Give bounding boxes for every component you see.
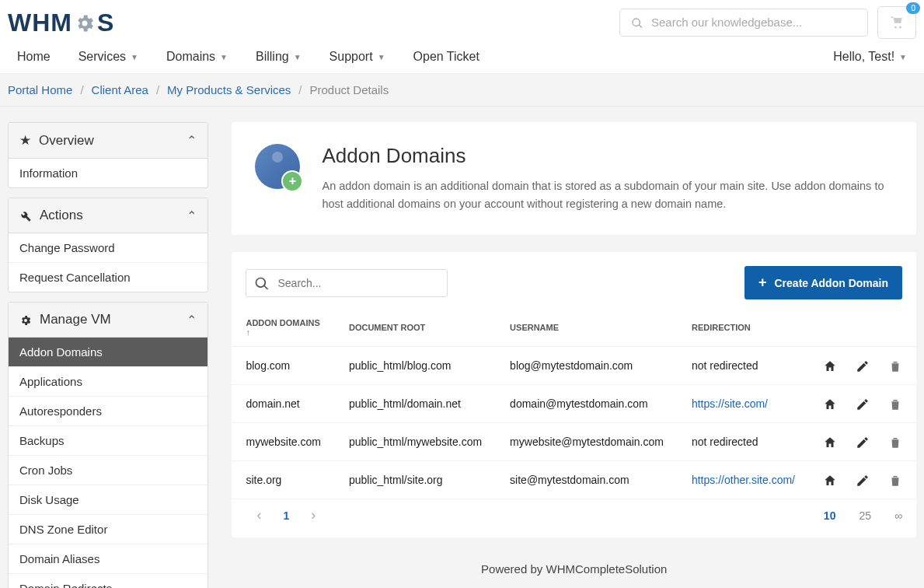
- col-redirection[interactable]: REDIRECTION: [678, 309, 809, 347]
- caret-down-icon: ▼: [899, 53, 907, 61]
- caret-down-icon: ▼: [220, 53, 228, 61]
- gear-icon: [74, 11, 96, 34]
- logo[interactable]: WHM S: [8, 9, 114, 37]
- sidebar-item-disk-usage[interactable]: Disk Usage: [9, 485, 207, 515]
- footer-text: Powered by WHMCompleteSolution: [232, 555, 916, 576]
- cell-domain: domain.net: [232, 385, 334, 423]
- cell-domain: blog.com: [232, 347, 334, 385]
- sidebar-item-cron-jobs[interactable]: Cron Jobs: [9, 456, 207, 485]
- table-row: blog.com public_html/blog.com blog@mytes…: [232, 347, 916, 385]
- pager-size-10[interactable]: 10: [824, 509, 836, 522]
- breadcrumb-current: Product Details: [309, 83, 389, 96]
- pager-current[interactable]: 1: [272, 509, 300, 522]
- page-title: Addon Domains: [322, 144, 893, 168]
- nav-label: Open Ticket: [413, 50, 479, 64]
- table-search[interactable]: [246, 269, 448, 296]
- create-addon-domain-button[interactable]: + Create Addon Domain: [744, 266, 902, 299]
- breadcrumb-link[interactable]: Client Area: [92, 83, 148, 96]
- trash-icon[interactable]: [888, 434, 902, 450]
- user-menu[interactable]: Hello, Test! ▼: [833, 50, 907, 64]
- kb-search[interactable]: [619, 9, 868, 36]
- nav-label: Support: [330, 50, 373, 64]
- home-icon[interactable]: [823, 358, 837, 373]
- redir-link[interactable]: https://other.site.com/: [692, 474, 795, 486]
- home-icon[interactable]: [823, 472, 837, 488]
- cell-user: mywebsite@mytestdomain.com: [496, 423, 678, 461]
- gear-icon: [19, 312, 32, 327]
- nav-label: Services: [78, 50, 126, 64]
- panel-manage-head[interactable]: Manage VM ⌃: [9, 303, 207, 338]
- nav-open-ticket[interactable]: Open Ticket: [413, 50, 479, 64]
- sidebar-item-applications[interactable]: Applications: [9, 367, 207, 397]
- redir-link[interactable]: https://site.com/: [692, 397, 768, 410]
- cell-redir: https://site.com/: [678, 385, 809, 423]
- cell-redir: https://other.site.com/: [678, 461, 809, 499]
- cart-button[interactable]: 0: [877, 6, 916, 39]
- search-icon: [631, 16, 643, 29]
- nav-label: Domains: [166, 50, 215, 64]
- col-username[interactable]: USERNAME: [496, 309, 678, 347]
- panel-actions-head[interactable]: Actions ⌃: [9, 198, 207, 233]
- sidebar-item-request-cancellation[interactable]: Request Cancellation: [9, 263, 207, 292]
- nav-label: Home: [17, 50, 51, 64]
- sidebar-item-domain-aliases[interactable]: Domain Aliases: [9, 544, 207, 574]
- edit-icon[interactable]: [856, 472, 870, 488]
- caret-down-icon: ▼: [378, 53, 385, 61]
- user-greeting: Hello, Test!: [833, 50, 894, 64]
- trash-icon[interactable]: [888, 358, 902, 373]
- sidebar-item-domain-redirects[interactable]: Domain Redirects: [9, 574, 207, 588]
- cell-root: public_html/mywebsite.com: [335, 423, 496, 461]
- nav-support[interactable]: Support▼: [330, 50, 385, 64]
- addon-domain-icon: [255, 144, 300, 189]
- nav-label: Billing: [256, 50, 289, 64]
- chevron-up-icon: ⌃: [187, 313, 197, 327]
- search-icon: [254, 275, 270, 291]
- sidebar-item-addon-domains[interactable]: Addon Domains: [9, 338, 207, 367]
- sidebar-item-change-password[interactable]: Change Password: [9, 233, 207, 263]
- nav-domains[interactable]: Domains▼: [166, 50, 228, 64]
- plus-icon: +: [758, 275, 767, 291]
- edit-icon[interactable]: [856, 396, 870, 411]
- col-document-root[interactable]: DOCUMENT ROOT: [335, 309, 496, 347]
- edit-icon[interactable]: [856, 434, 870, 450]
- pager-prev[interactable]: ‹: [246, 507, 272, 523]
- caret-down-icon: ▼: [294, 53, 302, 61]
- sidebar-item-autoresponders[interactable]: Autoresponders: [9, 397, 207, 426]
- sidebar-item-backups[interactable]: Backups: [9, 426, 207, 456]
- cell-user: blog@mytestdomain.com: [496, 347, 678, 385]
- nav-services[interactable]: Services▼: [78, 50, 138, 64]
- pager-size-25[interactable]: 25: [859, 509, 871, 522]
- table-row: mywebsite.com public_html/mywebsite.com …: [232, 423, 916, 461]
- cell-root: public_html/domain.net: [335, 385, 496, 423]
- cell-root: public_html/blog.com: [335, 347, 496, 385]
- home-icon[interactable]: [823, 434, 837, 450]
- cell-domain: site.org: [232, 461, 334, 499]
- caret-down-icon: ▼: [131, 53, 138, 61]
- col-addon-domains[interactable]: ADDON DOMAINS: [232, 309, 334, 347]
- panel-overview-head[interactable]: ★Overview ⌃: [9, 123, 207, 159]
- sidebar-item-information[interactable]: Information: [9, 159, 207, 187]
- home-icon[interactable]: [823, 396, 837, 411]
- nav-billing[interactable]: Billing▼: [256, 50, 302, 64]
- col-actions: [809, 309, 916, 347]
- pager-next[interactable]: ›: [300, 507, 326, 523]
- cell-user: domain@mytestdomain.com: [496, 385, 678, 423]
- chevron-up-icon: ⌃: [187, 208, 197, 223]
- sidebar-item-dns-zone-editor[interactable]: DNS Zone Editor: [9, 515, 207, 544]
- cell-user: site@mytestdomain.com: [496, 461, 678, 499]
- trash-icon[interactable]: [888, 472, 902, 488]
- edit-icon[interactable]: [856, 358, 870, 373]
- table-search-input[interactable]: [277, 277, 439, 289]
- breadcrumb-link[interactable]: My Products & Services: [167, 83, 291, 96]
- kb-search-input[interactable]: [651, 16, 856, 29]
- page-desc: An addon domain is an additional domain …: [322, 177, 893, 213]
- star-icon: ★: [19, 132, 31, 149]
- breadcrumb-link[interactable]: Portal Home: [8, 83, 72, 96]
- table-row: domain.net public_html/domain.net domain…: [232, 385, 916, 423]
- table-row: site.org public_html/site.org site@mytes…: [232, 461, 916, 499]
- pager-size-∞[interactable]: ∞: [894, 509, 902, 522]
- nav-home[interactable]: Home: [17, 50, 51, 64]
- trash-icon[interactable]: [888, 396, 902, 411]
- chevron-up-icon: ⌃: [187, 133, 197, 148]
- panel-actions-title: Actions: [40, 208, 83, 223]
